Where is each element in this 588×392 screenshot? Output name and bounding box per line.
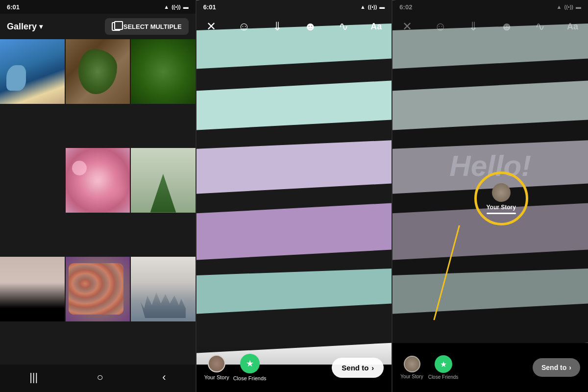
select-multiple-button[interactable]: SELECT MULTIPLE xyxy=(105,18,189,35)
nav-bar-1: ||| ○ ‹ xyxy=(0,365,196,392)
photo-cell-9[interactable] xyxy=(131,257,196,321)
editor-toolbar: ✕ ☺ ⇓ ☻ ∿ Aa xyxy=(196,14,392,39)
callout-circle: Your Story xyxy=(474,172,528,225)
callout-avatar xyxy=(492,183,511,202)
gallery-header: Gallery ▾ SELECT MULTIPLE xyxy=(0,14,196,39)
time-1: 6:01 xyxy=(7,3,20,11)
close-button[interactable]: ✕ xyxy=(206,20,216,33)
p3-your-story-avatar xyxy=(404,356,420,372)
wifi-icon-3: ((•)) xyxy=(564,4,574,10)
gallery-title-group[interactable]: Gallery ▾ xyxy=(7,22,43,32)
status-icons-3: ▲ ((•)) ▬ xyxy=(557,4,581,10)
callout-your-story-label: Your Story xyxy=(486,204,515,211)
wifi-icon-2: ((•)) xyxy=(368,4,377,10)
wifi-icon: ((•)) xyxy=(172,4,181,10)
battery-icon-3: ▬ xyxy=(576,4,581,10)
stripe-artwork xyxy=(196,0,392,365)
close-button-3: ✕ xyxy=(402,20,412,33)
callout-underline xyxy=(487,213,516,214)
p3-send-arrow: › xyxy=(569,364,571,371)
photo-cell-6[interactable] xyxy=(131,148,196,213)
panel-story-editor: 6:01 ▲ ((•)) ▬ ✕ ☺ ⇓ ☻ ∿ Aa Your Story ★… xyxy=(196,0,392,392)
battery-icon: ▬ xyxy=(183,4,189,10)
send-to-label: Send to xyxy=(342,364,368,372)
star-icon: ★ xyxy=(246,358,254,369)
send-to-arrow: › xyxy=(371,364,374,372)
photo-cell-1[interactable] xyxy=(0,39,65,104)
photo-cell-3[interactable] xyxy=(131,39,196,104)
close-friends-button[interactable]: ★ xyxy=(240,354,260,373)
nav-home-icon[interactable]: ○ xyxy=(97,371,103,384)
story-destinations: Your Story ★ Close Friends xyxy=(204,354,267,381)
p3-send-to-button[interactable]: Send to › xyxy=(533,358,580,377)
select-multiple-icon xyxy=(112,22,121,31)
photo-cell-8[interactable] xyxy=(66,257,130,321)
editor-toolbar-3: ✕ ☺ ⇓ ☻ ∿ Aa xyxy=(392,14,588,39)
draw-icon[interactable]: ∿ xyxy=(339,20,348,33)
status-bar-1: 6:01 ▲ ((•)) ▬ xyxy=(0,0,196,14)
gallery-label: Gallery xyxy=(7,22,37,32)
story-canvas xyxy=(196,0,392,365)
sticker-icon[interactable]: ☻ xyxy=(304,20,317,33)
p3-close-friends-dest: ★ Close Friends xyxy=(428,355,459,380)
battery-icon-2: ▬ xyxy=(379,4,385,10)
photo-grid xyxy=(0,39,196,365)
panel-3-bottom-bar: Your Story ★ Close Friends Send to › xyxy=(392,343,588,392)
your-story-avatar xyxy=(208,355,225,372)
nav-menu-icon[interactable]: ||| xyxy=(29,371,38,384)
send-to-button[interactable]: Send to › xyxy=(332,358,384,378)
photo-cell-5[interactable] xyxy=(66,148,130,213)
photo-cell-7[interactable] xyxy=(0,257,65,321)
signal-icon-3: ▲ xyxy=(557,4,562,10)
chevron-down-icon: ▾ xyxy=(39,23,43,30)
yellow-ring: Your Story xyxy=(474,172,528,225)
photo-cell-2[interactable] xyxy=(66,39,130,104)
signal-icon: ▲ xyxy=(164,4,169,10)
close-friends-label: Close Friends xyxy=(233,375,267,381)
text-icon[interactable]: Aa xyxy=(370,22,382,32)
panel-gallery: 6:01 ▲ ((•)) ▬ Gallery ▾ SELECT MULTIPLE… xyxy=(0,0,196,392)
p3-send-to-label: Send to xyxy=(541,364,566,371)
p3-close-friends-button: ★ xyxy=(435,355,452,373)
p3-close-friends-label: Close Friends xyxy=(428,374,459,380)
p3-destinations: Your Story ★ Close Friends xyxy=(400,355,458,380)
status-bar-2: 6:01 ▲ ((•)) ▬ xyxy=(196,0,392,14)
sticker-icon-3: ☻ xyxy=(500,20,513,33)
boomerang-icon-3: ☺ xyxy=(435,20,447,33)
p3-your-story-dest: Your Story xyxy=(400,356,423,379)
time-2: 6:01 xyxy=(203,3,216,11)
story-bottom-bar: Your Story ★ Close Friends Send to › xyxy=(196,343,392,392)
nav-back-icon[interactable]: ‹ xyxy=(162,371,166,384)
your-story-label: Your Story xyxy=(204,374,229,380)
select-multiple-label: SELECT MULTIPLE xyxy=(123,23,182,30)
panel-story-shared: 6:02 ▲ ((•)) ▬ ✕ ☺ ⇓ ☻ ∿ Aa Hello! Your … xyxy=(392,0,588,392)
signal-icon-2: ▲ xyxy=(360,4,366,10)
download-icon[interactable]: ⇓ xyxy=(272,20,282,33)
p3-star-icon: ★ xyxy=(440,360,447,369)
your-story-dest[interactable]: Your Story xyxy=(204,355,229,380)
close-friends-dest[interactable]: ★ Close Friends xyxy=(233,354,267,381)
draw-icon-3: ∿ xyxy=(535,20,545,33)
p3-your-story-label: Your Story xyxy=(400,374,423,379)
status-icons-2: ▲ ((•)) ▬ xyxy=(360,4,385,10)
photo-cell-4[interactable] xyxy=(0,148,65,213)
text-icon-3: Aa xyxy=(567,22,578,32)
download-icon-3: ⇓ xyxy=(468,20,478,33)
status-bar-3: 6:02 ▲ ((•)) ▬ xyxy=(392,0,588,14)
status-icons-1: ▲ ((•)) ▬ xyxy=(164,4,188,10)
boomerang-icon[interactable]: ☺ xyxy=(238,20,250,33)
time-3: 6:02 xyxy=(399,3,412,11)
